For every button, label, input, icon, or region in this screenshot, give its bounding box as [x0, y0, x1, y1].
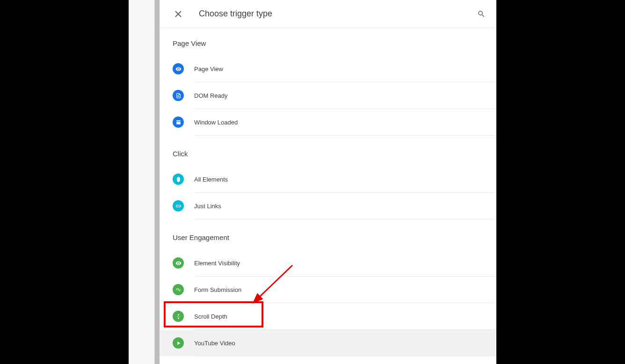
trigger-all-elements[interactable]: All Elements: [173, 166, 496, 192]
trigger-label: Scroll Depth: [194, 313, 496, 320]
trigger-form-submission[interactable]: Form Submission: [173, 277, 496, 303]
panel-header: Choose trigger type: [160, 0, 496, 28]
section-title: User Engagement: [173, 233, 496, 241]
trigger-label: All Elements: [194, 176, 496, 183]
doc-icon: [173, 90, 184, 101]
form-icon: [173, 284, 184, 295]
section-title: Page View: [173, 39, 496, 47]
trigger-list: Page View Page View DOM Ready: [160, 28, 496, 364]
trigger-scroll-depth[interactable]: Scroll Depth: [173, 303, 496, 329]
trigger-label: Form Submission: [194, 286, 496, 293]
eye-icon: [173, 63, 184, 74]
section-user-engagement: User Engagement Element Visibility Form …: [173, 233, 496, 357]
trigger-type-panel: Choose trigger type Page View Page View: [129, 0, 496, 364]
trigger-element-visibility[interactable]: Element Visibility: [173, 250, 496, 276]
trigger-just-links[interactable]: Just Links: [173, 193, 496, 219]
trigger-window-loaded[interactable]: Window Loaded: [173, 109, 496, 135]
panel-gutter: [155, 0, 160, 364]
section-page-view: Page View Page View DOM Ready: [173, 39, 496, 136]
window-icon: [173, 116, 184, 128]
eye-icon: [173, 257, 184, 269]
trigger-label: Element Visibility: [194, 260, 496, 267]
section-click: Click All Elements Just Links: [173, 150, 496, 219]
close-button[interactable]: [173, 8, 184, 20]
play-icon: [173, 337, 184, 349]
section-title: Click: [173, 150, 496, 158]
trigger-label: DOM Ready: [194, 92, 496, 99]
trigger-label: Just Links: [194, 203, 496, 210]
mouse-icon: [173, 174, 184, 185]
trigger-dom-ready[interactable]: DOM Ready: [173, 82, 496, 109]
link-icon: [173, 200, 184, 211]
scroll-icon: [173, 311, 184, 322]
sidebar-stub: [129, 0, 155, 364]
panel-title: Choose trigger type: [199, 9, 476, 19]
close-icon: [175, 11, 182, 17]
search-button[interactable]: [476, 8, 487, 20]
trigger-label: Page View: [194, 66, 496, 73]
trigger-page-view[interactable]: Page View: [173, 56, 496, 82]
trigger-label: YouTube Video: [194, 340, 496, 347]
panel-main: Choose trigger type Page View Page View: [160, 0, 496, 364]
trigger-youtube-video[interactable]: YouTube Video: [160, 330, 496, 356]
search-icon: [477, 10, 486, 18]
trigger-label: Window Loaded: [194, 119, 496, 126]
